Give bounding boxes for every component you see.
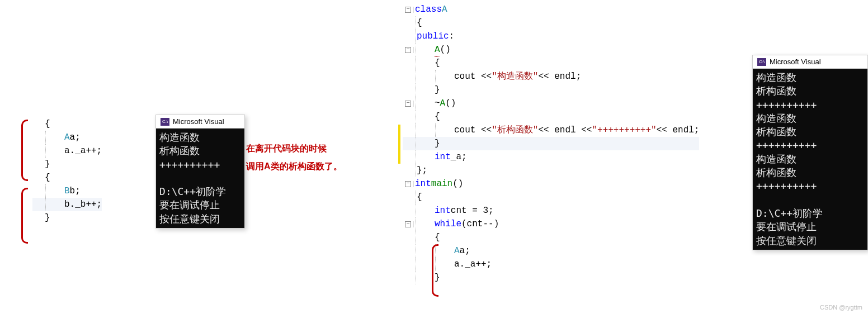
change-marker xyxy=(398,125,400,164)
code-line: } xyxy=(32,158,102,171)
fold-icon[interactable]: − xyxy=(405,181,411,187)
annotation-text: 在离开代码块的时候 调用A类的析构函数了。 xyxy=(246,140,342,175)
code-line: { xyxy=(32,117,102,131)
code-line: B b; xyxy=(32,184,102,198)
brace-annotation-2 xyxy=(21,188,28,244)
code-line: } xyxy=(403,83,699,97)
code-line: { xyxy=(403,56,699,70)
console-title-text: Microsoft Visual xyxy=(770,58,821,66)
console-titlebar[interactable]: C:\ Microsoft Visual xyxy=(156,115,244,129)
cmd-icon: C:\ xyxy=(161,118,169,126)
code-line: public: xyxy=(403,30,699,43)
fold-icon[interactable]: − xyxy=(405,47,411,53)
fold-icon[interactable]: − xyxy=(405,7,411,13)
code-line: { xyxy=(403,231,699,244)
code-line: A a; xyxy=(32,131,102,144)
console-output: 构造函数 析构函数 ++++++++++ D:\C++初阶学 要在调试停止 按任… xyxy=(156,129,244,228)
code-line: }; xyxy=(403,164,699,177)
annotation-line: 调用A类的析构函数了。 xyxy=(246,158,342,175)
left-code-editor: { A a; a._a++; } { B b; b._b++; } xyxy=(22,117,102,225)
code-line: −int main() xyxy=(403,177,699,191)
code-line: { xyxy=(403,191,699,204)
brace-annotation-1 xyxy=(21,120,28,181)
code-line: a._a++; xyxy=(403,258,699,271)
console-output: 构造函数 析构函数 ++++++++++ 构造函数 析构函数 +++++++++… xyxy=(753,69,867,250)
fold-icon[interactable]: − xyxy=(405,101,411,107)
console-titlebar[interactable]: C:\ Microsoft Visual xyxy=(753,55,867,69)
code-line: { xyxy=(403,110,699,123)
code-line: int _a; xyxy=(403,150,699,164)
console-title-text: Microsoft Visual xyxy=(173,117,224,126)
watermark: CSDN @rygttm xyxy=(820,304,862,311)
center-code-editor: −class A { public: −A() { cout << "构造函数"… xyxy=(403,3,699,284)
code-line: −A() xyxy=(403,43,699,56)
code-line: cout << "构造函数" << endl; xyxy=(403,70,699,83)
code-line: int cnt = 3; xyxy=(403,204,699,217)
console-window-1: C:\ Microsoft Visual 构造函数 析构函数 +++++++++… xyxy=(155,115,245,229)
brace-annotation-3 xyxy=(432,244,438,297)
annotation-line: 在离开代码块的时候 xyxy=(246,140,342,158)
code-line: A a; xyxy=(403,244,699,258)
code-line: { xyxy=(403,16,699,30)
fold-icon[interactable]: − xyxy=(405,221,411,227)
code-line: } xyxy=(403,137,699,150)
code-line: cout << "析构函数" << endl << "++++++++++" <… xyxy=(403,123,699,137)
console-window-2: C:\ Microsoft Visual 构造函数 析构函数 +++++++++… xyxy=(752,55,868,250)
code-line: −while(cnt--) xyxy=(403,217,699,231)
code-line: a._a++; xyxy=(32,144,102,158)
cmd-icon: C:\ xyxy=(757,58,766,66)
code-line: −class A xyxy=(403,3,699,16)
code-line: } xyxy=(32,211,102,225)
code-line: b._b++; xyxy=(32,198,102,211)
code-line: −~A() xyxy=(403,97,699,110)
code-line: } xyxy=(403,271,699,284)
code-line: { xyxy=(32,171,102,184)
